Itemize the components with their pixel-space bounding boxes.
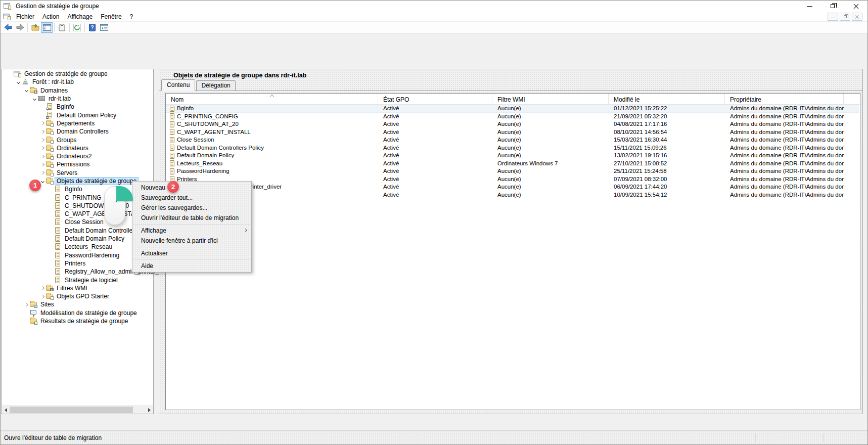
restore-button[interactable] bbox=[821, 1, 844, 12]
chevron-right-icon[interactable] bbox=[39, 122, 46, 124]
tree-item-bginfo[interactable]: BgInfo bbox=[2, 103, 153, 111]
chevron-right-icon[interactable] bbox=[39, 155, 46, 158]
child-restore-button[interactable] bbox=[840, 13, 850, 21]
tree-item-registry-allow-no-admin-printer-driver[interactable]: Registry_Allow_no_admin_printer_driver bbox=[2, 268, 153, 276]
export-list-button[interactable] bbox=[29, 22, 41, 33]
close-button[interactable] bbox=[844, 1, 867, 12]
scrollbar-thumb[interactable] bbox=[10, 407, 133, 413]
column-header-filtre-wmi[interactable]: Filtre WMI bbox=[492, 94, 609, 105]
column-header--tat-gpo[interactable]: État GPO bbox=[378, 94, 492, 105]
tree-item-lecteurs-reseau[interactable]: Lecteurs_Reseau bbox=[2, 243, 153, 251]
tree-item-servers[interactable]: Servers bbox=[2, 169, 153, 177]
context-menu-item-ouvrir-l-diteur-de-table-de-migration[interactable]: Ouvrir l'éditeur de table de migration bbox=[132, 213, 251, 223]
tree-item-r-sultats-de-strat-gie-de-groupe[interactable]: Résultats de stratégie de groupe bbox=[2, 317, 153, 325]
chevron-right-icon[interactable] bbox=[39, 147, 46, 149]
gpo-row-strategie-de-logiciel[interactable]: Strategie de logicielActivéAucun(e)10/09… bbox=[166, 191, 859, 199]
tree-item-sites[interactable]: Sites bbox=[2, 300, 153, 308]
tree-item-for-t-rdr-it-lab[interactable]: Forêt : rdr-it.lab bbox=[2, 78, 153, 86]
gpo-icon bbox=[54, 260, 62, 267]
chevron-right-icon[interactable] bbox=[39, 171, 46, 174]
back-icon bbox=[4, 24, 13, 31]
tree-item-default-domain-policy[interactable]: Default Domain Policy bbox=[2, 111, 153, 119]
context-menu-item-nouvelle-fen-tre-partir-d-ici[interactable]: Nouvelle fenêtre à partir d'ici bbox=[132, 236, 251, 246]
gpo-row-c-shutdown-at-20[interactable]: C_SHUTDOWN_AT_20ActivéAucun(e)04/08/2021… bbox=[166, 120, 859, 128]
tree-item-rdr-it-lab[interactable]: rdr-it.lab bbox=[2, 95, 153, 103]
context-menu-item-affichage[interactable]: Affichage bbox=[132, 226, 251, 236]
tree-item-permissions[interactable]: Permissions bbox=[2, 160, 153, 168]
context-menu-item-nouveau[interactable]: Nouveau bbox=[132, 183, 251, 193]
gpo-row-lecteurs-reseau[interactable]: Lecteurs_ReseauActivéOrdinateurs Windows… bbox=[166, 160, 859, 168]
chevron-down-icon[interactable] bbox=[39, 180, 46, 183]
chevron-right-icon[interactable] bbox=[39, 287, 46, 289]
gpo-row-c-printing-config[interactable]: C_PRINTING_CONFIGActivéAucun(e)21/09/202… bbox=[166, 113, 859, 121]
menu-action[interactable]: Action bbox=[38, 12, 63, 21]
gpo-row-printers[interactable]: PrintersActivéAucun(e)07/09/2021 08:32:0… bbox=[166, 175, 859, 184]
chevron-down-icon[interactable] bbox=[31, 98, 38, 100]
tree-item-mod-lisation-de-strat-gie-de-groupe[interactable]: Modélisation de stratégie de groupe bbox=[2, 309, 153, 317]
gpo-row-passwordhardening[interactable]: PasswordHardeningActivéAucun(e)25/11/202… bbox=[166, 167, 859, 175]
help-button[interactable]: ? bbox=[86, 22, 98, 33]
tree-item-departements[interactable]: Departements bbox=[2, 119, 153, 127]
new-window-button[interactable] bbox=[98, 22, 110, 33]
gpo-row-bginfo[interactable]: BgInfoActivéAucun(e)01/12/2021 15:25:22A… bbox=[166, 105, 859, 113]
context-menu-item-actualiser[interactable]: Actualiser bbox=[132, 248, 251, 258]
chevron-right-icon[interactable] bbox=[39, 295, 46, 298]
tree-item-objets-gpo-starter[interactable]: Objets GPO Starter bbox=[2, 292, 153, 300]
tree-item-ordinateurs2[interactable]: Ordinateurs2 bbox=[2, 152, 153, 160]
tree-item-ordinateurs[interactable]: Ordinateurs bbox=[2, 144, 153, 152]
forward-button[interactable] bbox=[14, 22, 26, 33]
tree-item-c-wapt-agent-install[interactable]: C_WAPT_AGENT_INSTALL bbox=[2, 210, 153, 218]
menu-fentre[interactable]: Fenêtre bbox=[97, 12, 125, 21]
column-header-modifi-le[interactable]: Modifié le bbox=[609, 94, 725, 105]
chevron-down-icon[interactable] bbox=[15, 81, 22, 83]
tree-item-c-shutdown-at-20[interactable]: C_SHUTDOWN_AT_20 bbox=[2, 202, 153, 210]
context-menu-item-aide[interactable]: Aide bbox=[132, 261, 251, 271]
chevron-right-icon[interactable] bbox=[23, 303, 30, 306]
forest-icon bbox=[22, 78, 29, 85]
tree-item-groups[interactable]: Groups bbox=[2, 136, 153, 144]
tree-item-domaines[interactable]: Domaines bbox=[2, 86, 153, 95]
menu-fichier[interactable]: Fichier bbox=[12, 12, 38, 21]
chevron-down-icon[interactable] bbox=[23, 89, 30, 92]
menu-items: FichierActionAffichageFenêtre? bbox=[12, 12, 137, 21]
menu-affichage[interactable]: Affichage bbox=[63, 12, 97, 21]
tree-item-gestion-de-strat-gie-de-groupe[interactable]: Gestion de stratégie de groupe bbox=[2, 70, 153, 78]
child-close-button[interactable] bbox=[852, 13, 862, 21]
child-minimize-button[interactable] bbox=[828, 13, 838, 21]
tab-contenu[interactable]: Contenu bbox=[161, 79, 195, 91]
tree-item-label: Ordinateurs2 bbox=[55, 153, 93, 160]
scrollbar-track[interactable] bbox=[10, 406, 146, 414]
context-menu-item-sauvegarder-tout[interactable]: Sauvegarder tout... bbox=[132, 193, 251, 203]
tree-item-filtres-wmi[interactable]: Filtres WMI bbox=[2, 284, 153, 292]
gpo-row-registry-allow-no-admin-printer-driver[interactable]: Registry_Allow_no_admin_printer_driverAc… bbox=[166, 183, 859, 191]
minimize-button[interactable] bbox=[798, 1, 821, 12]
tab-dlgation[interactable]: Délégation bbox=[196, 80, 235, 91]
gpo-row-default-domain-controllers-policy[interactable]: Default Domain Controllers PolicyActivéA… bbox=[166, 144, 859, 152]
tree-item-default-domain-controllers-policy[interactable]: Default Domain Controllers Policy bbox=[2, 227, 153, 235]
tree-item-close-session[interactable]: Close Session bbox=[2, 218, 153, 226]
tree-item-printers[interactable]: Printers bbox=[2, 259, 153, 268]
back-button[interactable] bbox=[3, 22, 14, 33]
console-tree-toggle-button[interactable] bbox=[41, 22, 53, 33]
chevron-right-icon[interactable] bbox=[39, 163, 46, 166]
scroll-right-button[interactable] bbox=[146, 406, 153, 414]
refresh-button[interactable] bbox=[71, 22, 83, 33]
gpo-row-default-domain-policy[interactable]: Default Domain PolicyActivéAucun(e)13/02… bbox=[166, 152, 859, 160]
tree-item-strategie-de-logiciel[interactable]: Strategie de logiciel bbox=[2, 276, 153, 284]
column-header-propri-taire[interactable]: Propriétaire bbox=[725, 94, 844, 105]
tree-horizontal-scrollbar[interactable] bbox=[2, 406, 154, 414]
menu-?[interactable]: ? bbox=[126, 12, 138, 21]
tree-item-domain-controllers[interactable]: Domain Controllers bbox=[2, 127, 153, 136]
tree-item-passwordhardening[interactable]: PasswordHardening bbox=[2, 251, 153, 259]
wmi-icon bbox=[46, 285, 54, 292]
properties-button[interactable] bbox=[56, 22, 68, 33]
context-menu-item-g-rer-les-sauvegardes[interactable]: Gérer les sauvegardes... bbox=[132, 203, 251, 213]
tree-item-default-domain-policy[interactable]: Default Domain Policy bbox=[2, 235, 153, 243]
gpo-row-c-wapt-agent-install[interactable]: C_WAPT_AGENT_INSTALLActivéAucun(e)08/10/… bbox=[166, 128, 859, 137]
forward-icon bbox=[16, 24, 24, 31]
chevron-right-icon[interactable] bbox=[39, 130, 46, 133]
scroll-left-button[interactable] bbox=[2, 406, 10, 414]
gpo-row-close-session[interactable]: Close SessionActivéAucun(e)15/03/2021 16… bbox=[166, 136, 859, 144]
chevron-right-icon[interactable] bbox=[39, 139, 46, 141]
tree-item-objets-de-strat-gie-de-groupe[interactable]: Objets de stratégie de groupe bbox=[2, 177, 153, 185]
